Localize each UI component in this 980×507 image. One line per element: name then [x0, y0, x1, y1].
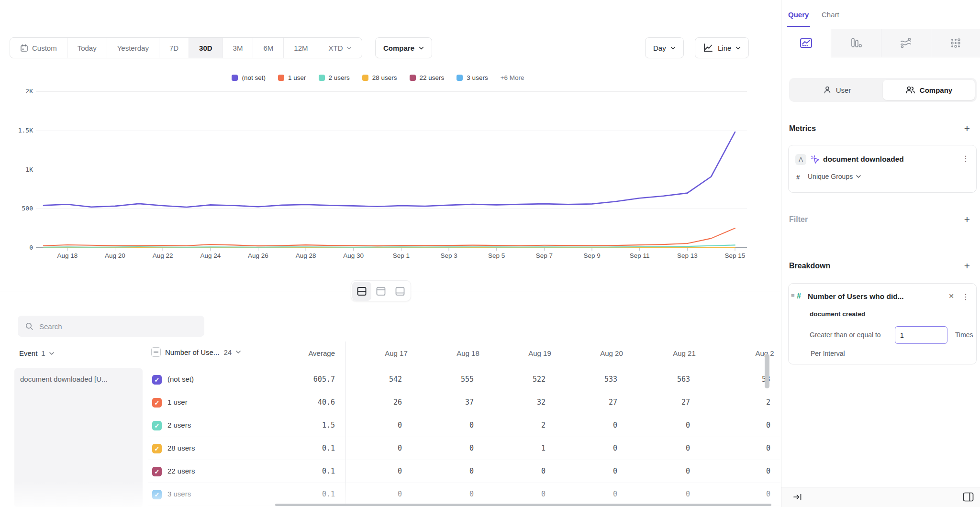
row-value: 0 [345, 421, 402, 430]
select-all-checkbox[interactable] [151, 347, 161, 357]
add-breakdown-button[interactable]: + [962, 260, 972, 272]
row-value: 0 [713, 421, 770, 430]
row-checkbox[interactable]: ✓ [152, 421, 162, 430]
tab-chart[interactable]: Chart [822, 11, 839, 19]
tab-query[interactable]: Query [788, 11, 809, 19]
row-average: 605.7 [268, 375, 335, 384]
breakdown-options-button[interactable]: ⋮ [962, 292, 969, 301]
layout-split-button[interactable] [352, 282, 371, 301]
measure-dropdown[interactable]: Unique Groups [808, 173, 861, 180]
event-column-header[interactable]: Event 1 [19, 349, 54, 357]
scope-user-button[interactable]: User [791, 80, 883, 100]
autocapture-icon [810, 154, 820, 165]
breakdown-event-name[interactable]: document created [810, 310, 865, 318]
breakdown-condition[interactable]: Greater than or equal to [810, 331, 881, 339]
drag-handle-icon[interactable]: ≡ [791, 293, 795, 298]
row-value: 27 [633, 398, 690, 407]
row-value: 27 [560, 398, 617, 407]
line-chart-icon [800, 37, 813, 49]
row-value: 0 [560, 421, 617, 430]
metric-card[interactable]: A document downloaded ⋮ # Unique Groups [788, 145, 977, 193]
group-count: 24 [223, 348, 232, 356]
row-value: 563 [633, 375, 690, 384]
numeric-breakdown-icon: # [797, 292, 801, 300]
chart-type-line-button[interactable] [781, 29, 831, 57]
breakdown-card[interactable]: ≡ # Number of Users who did... ✕ ⋮ docum… [788, 283, 977, 364]
date-column-header[interactable]: Aug 20 [578, 349, 645, 357]
table-row[interactable]: ✓2 users1.5002000 [148, 414, 781, 437]
remove-breakdown-button[interactable]: ✕ [948, 292, 954, 300]
row-value: 0 [713, 444, 770, 452]
event-header-label: Event [19, 349, 37, 357]
row-value: 26 [345, 398, 402, 407]
table-row[interactable]: ✓22 users0.1000000 [148, 460, 781, 483]
row-average: 40.6 [268, 398, 335, 407]
breakdown-per-interval[interactable]: Per Interval [811, 350, 845, 357]
chart-type-selector [781, 29, 980, 57]
side-panel-icon[interactable] [963, 492, 974, 502]
vertical-scrollbar[interactable] [765, 354, 769, 388]
event-cell[interactable]: document downloaded [U... [14, 368, 143, 507]
collapse-panel-icon[interactable] [793, 493, 802, 501]
row-label: 22 users [167, 467, 195, 475]
event-count: 1 [41, 349, 45, 357]
breakdown-unit-label: Times [955, 331, 973, 339]
row-average: 0.1 [268, 467, 335, 475]
date-column-header[interactable]: Aug 2 [731, 349, 781, 357]
layout-chart-only-button[interactable] [371, 282, 390, 301]
row-value: 0 [345, 444, 402, 452]
table-row[interactable]: ✓1 user40.626373227272 [148, 391, 781, 414]
add-metric-button[interactable]: + [962, 123, 972, 134]
row-checkbox[interactable]: ✓ [152, 375, 162, 385]
chart-type-grid-button[interactable] [931, 29, 980, 57]
row-checkbox[interactable]: ✓ [152, 444, 162, 453]
scope-company-button[interactable]: Company [883, 80, 975, 100]
row-value: 533 [560, 375, 617, 384]
bottom-panel-icon [395, 286, 405, 297]
row-checkbox[interactable]: ✓ [152, 490, 162, 499]
top-panel-icon [376, 286, 386, 297]
metric-badge: A [795, 154, 806, 165]
group-column-header[interactable]: Number of Use... 24 [151, 347, 241, 357]
breakdown-value-input[interactable] [895, 326, 947, 344]
flow-chart-icon [900, 37, 912, 49]
average-column-header[interactable]: Average [268, 349, 335, 357]
table-row[interactable]: ✓28 users0.1001000 [148, 437, 781, 460]
breakdown-title[interactable]: Number of Users who did... [808, 292, 904, 301]
date-column-header[interactable]: Aug 18 [434, 349, 501, 357]
metric-options-button[interactable]: ⋮ [962, 154, 969, 163]
row-average: 0.1 [268, 444, 335, 452]
search-input[interactable] [39, 322, 183, 331]
chevron-down-icon [49, 352, 54, 355]
row-checkbox[interactable]: ✓ [152, 467, 162, 476]
chart-type-flow-button[interactable] [881, 29, 931, 57]
row-checkbox[interactable]: ✓ [152, 398, 162, 408]
row-value: 0 [345, 490, 402, 498]
query-panel: Query Chart [781, 0, 980, 507]
row-value: 1 [488, 444, 546, 452]
search-box[interactable] [18, 316, 204, 337]
date-column-header[interactable]: Aug 17 [363, 349, 430, 357]
filter-heading: Filter [789, 215, 808, 224]
dot-grid-icon [949, 37, 962, 49]
chart-type-bar-button[interactable] [831, 29, 880, 57]
main-area: CustomTodayYesterday7D30D3M6M12MXTD Comp… [0, 0, 781, 507]
company-icon [905, 86, 915, 94]
date-column-header[interactable]: Aug 19 [506, 349, 573, 357]
layout-table-only-button[interactable] [390, 282, 410, 301]
metric-event-name[interactable]: document downloaded [823, 155, 904, 164]
breakdown-heading: Breakdown [789, 262, 830, 270]
layout-toggle-group [351, 280, 411, 301]
row-label: 3 users [167, 490, 191, 498]
line-chart[interactable] [0, 0, 781, 291]
table-row[interactable]: ✓3 users0.1000000 [148, 483, 781, 506]
row-label: 1 user [167, 398, 188, 406]
date-column-header[interactable]: Aug 21 [651, 349, 718, 357]
row-value: 0 [713, 467, 770, 475]
add-filter-button[interactable]: + [962, 214, 972, 225]
horizontal-scrollbar[interactable] [275, 504, 771, 506]
split-view-icon [356, 286, 367, 297]
search-icon [25, 322, 33, 331]
table-row[interactable]: ✓(not set)605.754255552253356353 [148, 368, 781, 391]
row-value: 0 [560, 444, 617, 452]
